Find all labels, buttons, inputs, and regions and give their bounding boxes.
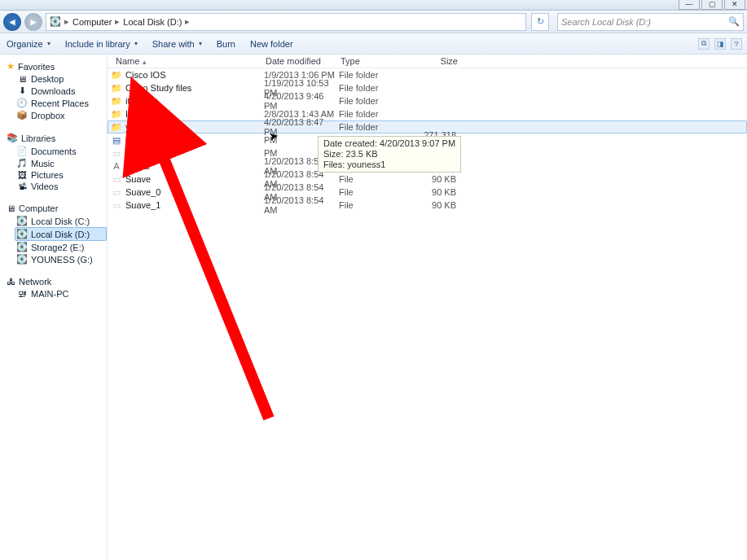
sidebar-item-label: Desktop — [31, 74, 64, 84]
desktop-icon: 🖥 — [16, 74, 28, 84]
file-name: hd tr — [125, 135, 166, 145]
file-type: File folder — [339, 96, 414, 106]
downloads-icon: ⬇ — [16, 85, 28, 96]
file-date: 4/20/2013 9:46 PM — [264, 91, 339, 111]
file-row[interactable]: ▭Suave1/20/2013 8:54 AMFile90 KB — [108, 173, 747, 186]
minimize-button[interactable]: — — [679, 0, 700, 10]
breadcrumb[interactable]: 💽 ▸ Computer ▸ Local Disk (D:) ▸ — [46, 13, 526, 31]
back-button[interactable]: ◄ — [3, 13, 21, 31]
column-size[interactable]: Size — [415, 56, 464, 66]
file-type: File — [339, 200, 414, 210]
tooltip: Date created: 4/20/2013 9:07 PM Size: 23… — [318, 136, 461, 173]
file-name: youness — [125, 122, 264, 132]
sidebar: ★ Favorites 🖥Desktop ⬇Downloads 🕘Recent … — [0, 55, 108, 560]
drive-icon: 💽 — [16, 254, 28, 265]
include-in-library-menu[interactable]: Include in library — [65, 39, 138, 49]
drive-icon: 💽 — [50, 16, 61, 27]
file-size: 90 KB — [414, 187, 463, 197]
sidebar-item-label: YOUNESS (G:) — [31, 255, 93, 265]
libraries-icon: 📚 — [7, 133, 18, 143]
sidebar-group-favorites[interactable]: ★ Favorites — [7, 59, 107, 73]
file-row[interactable]: 📁ITIL Exam2/8/2013 1:43 AMFile folder — [108, 107, 747, 120]
sidebar-item-dropbox[interactable]: 📦Dropbox — [7, 109, 107, 121]
sidebar-item-label: Music — [31, 159, 55, 168]
column-type[interactable]: Type — [341, 56, 415, 66]
folder-icon: 📁 — [111, 69, 122, 81]
sidebar-item-label: Storage2 (E:) — [31, 243, 84, 252]
burn-button[interactable]: Burn — [217, 39, 235, 49]
search-placeholder: Search Local Disk (D:) — [561, 17, 651, 27]
file-type: File folder — [339, 109, 414, 119]
sidebar-item-drive-d[interactable]: 💽Local Disk (D:) — [15, 227, 107, 241]
sidebar-item-videos[interactable]: 📽Videos — [7, 181, 107, 192]
new-folder-button[interactable]: New folder — [250, 39, 293, 49]
sidebar-item-documents[interactable]: 📄Documents — [7, 145, 107, 157]
sidebar-group-libraries[interactable]: 📚 Libraries — [7, 131, 107, 145]
drive-icon: 💽 — [16, 242, 28, 252]
file-name: Suave_0 — [125, 187, 264, 197]
help-button[interactable]: ? — [731, 38, 742, 50]
file-row[interactable]: 📁Cisco Study files1/19/2013 10:53 PMFile… — [108, 81, 747, 94]
sidebar-item-desktop[interactable]: 🖥Desktop — [7, 73, 107, 85]
sidebar-label: Network — [19, 277, 51, 287]
sidebar-label: Favorites — [18, 62, 55, 72]
sidebar-item-mainpc[interactable]: 🖳MAIN-PC — [7, 288, 107, 300]
sidebar-item-drive-g[interactable]: 💽YOUNESS (G:) — [7, 253, 107, 265]
file-type: File folder — [339, 70, 414, 80]
organize-menu[interactable]: Organize — [7, 39, 51, 49]
network-icon: 🖧 — [7, 277, 15, 287]
dropbox-icon: 📦 — [16, 110, 28, 120]
file-row[interactable]: ▭Suave_01/20/2013 8:54 AMFile90 KB — [108, 186, 747, 199]
file-name: Rabat — [125, 161, 264, 171]
sidebar-item-drive-c[interactable]: 💽Local Disk (C:) — [7, 215, 107, 227]
toolbar: Organize Include in library Share with B… — [0, 33, 747, 55]
column-date[interactable]: Date modified — [266, 56, 341, 66]
sidebar-group-computer[interactable]: 🖥 Computer — [7, 202, 107, 215]
file-name: Cisco IOS — [125, 70, 264, 80]
chevron-right-icon: ▸ — [185, 16, 190, 27]
navigation-bar: ◄ ► 💽 ▸ Computer ▸ Local Disk (D:) ▸ ↻ S… — [0, 11, 747, 33]
file-name: Suave_1 — [125, 200, 264, 210]
file-row[interactable]: ▭Suave_11/20/2013 8:54 AMFile90 KB — [108, 199, 747, 212]
main-area: ★ Favorites 🖥Desktop ⬇Downloads 🕘Recent … — [0, 55, 747, 560]
file-name: ITIL Exam — [125, 109, 264, 119]
file-list-pane: Name▲ Date modified Type Size 📁Cisco IOS… — [108, 55, 747, 560]
breadcrumb-drive-d[interactable]: Local Disk (D:) — [123, 17, 182, 27]
search-input[interactable]: Search Local Disk (D:) 🔍 — [557, 13, 744, 31]
file-row[interactable]: 📁it videos4/20/2013 9:46 PMFile folder — [108, 94, 747, 107]
chevron-right-icon: ▸ — [115, 16, 120, 27]
folder-icon: 📁 — [111, 108, 122, 120]
forward-button[interactable]: ► — [24, 13, 42, 31]
sidebar-item-music[interactable]: 🎵Music — [7, 157, 107, 169]
star-icon: ★ — [7, 61, 15, 72]
sidebar-item-label: Local Disk (D:) — [31, 230, 90, 239]
drive-icon: 💽 — [16, 216, 28, 226]
file-name: lila. — [125, 148, 166, 158]
sidebar-group-network[interactable]: 🖧 Network — [7, 275, 107, 288]
sidebar-item-label: Dropbox — [31, 111, 65, 120]
sidebar-item-pictures[interactable]: 🖼Pictures — [7, 169, 107, 181]
sidebar-item-label: Videos — [31, 182, 58, 191]
pc-icon: 🖳 — [16, 289, 28, 299]
file-date: 1/20/2013 8:54 AM — [264, 195, 339, 215]
file-size: 90 KB — [414, 200, 463, 210]
share-with-menu[interactable]: Share with — [152, 39, 202, 49]
refresh-button[interactable]: ↻ — [531, 13, 549, 31]
folder-icon: 📁 — [111, 82, 122, 94]
file-size: 90 KB — [414, 174, 463, 184]
breadcrumb-computer[interactable]: Computer — [73, 17, 112, 27]
close-button[interactable]: ✕ — [724, 0, 745, 10]
file-icon: ▭ — [111, 186, 122, 198]
sidebar-item-drive-e[interactable]: 💽Storage2 (E:) — [7, 241, 107, 253]
column-name[interactable]: Name▲ — [111, 56, 266, 66]
tooltip-line: Size: 23.5 KB — [323, 149, 455, 160]
folder-icon: 📁 — [111, 95, 122, 107]
preview-pane-button[interactable]: ◨ — [714, 38, 726, 50]
maximize-button[interactable]: ▢ — [701, 0, 723, 10]
music-icon: 🎵 — [16, 158, 28, 168]
file-icon: ▭ — [111, 173, 122, 185]
sidebar-item-downloads[interactable]: ⬇Downloads — [7, 85, 107, 97]
view-options-button[interactable]: ⧉ — [698, 38, 710, 50]
file-row[interactable]: 📁Cisco IOS1/9/2013 1:06 PMFile folder — [108, 68, 747, 81]
sidebar-item-recent[interactable]: 🕘Recent Places — [7, 97, 107, 109]
